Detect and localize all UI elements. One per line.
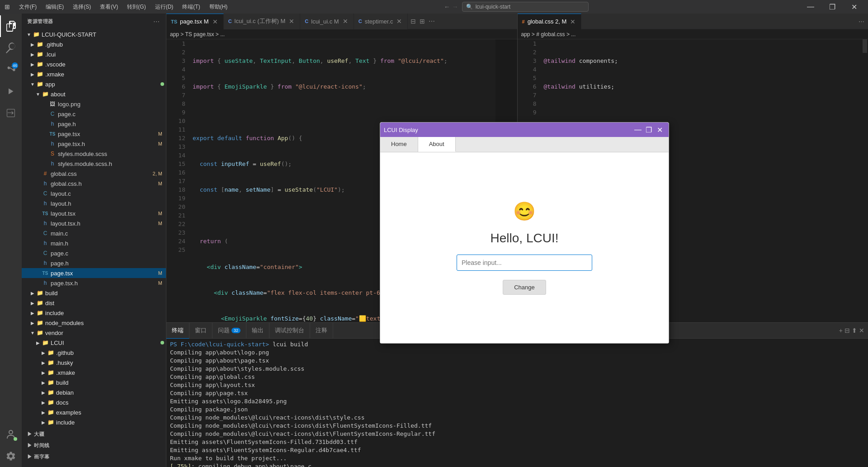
tree-item-v-build[interactable]: ▶ 📁 build bbox=[22, 377, 166, 387]
tab-lcui-ui-c-close[interactable]: ✕ bbox=[342, 18, 349, 25]
tree-item-layout-tsx-h[interactable]: h layout.tsx.h M bbox=[22, 218, 166, 228]
tree-item-global-css[interactable]: # global.css 2, M bbox=[22, 169, 166, 179]
activity-extensions[interactable] bbox=[0, 102, 22, 124]
tab-lcui-ui-c[interactable]: C lcui_ui.c M ✕ bbox=[300, 14, 354, 29]
tree-item-v-husky[interactable]: ▶ 📁 .husky bbox=[22, 358, 166, 368]
minimize-button[interactable]: — bbox=[800, 0, 821, 14]
tab-lcui-ui-c-wt[interactable]: C lcui_ui.c (工作树) M ✕ bbox=[224, 14, 301, 29]
tree-item-lcui-vendor[interactable]: ▶ 📁 LCUI bbox=[22, 338, 166, 348]
nav-back[interactable]: ← bbox=[444, 3, 450, 10]
tree-item-v-github[interactable]: ▶ 📁 .github bbox=[22, 348, 166, 358]
tree-item-page-tsx-active[interactable]: TS page.tsx M bbox=[22, 268, 166, 278]
bottom-tab-comments[interactable]: 注释 bbox=[310, 323, 333, 339]
terminal-content[interactable]: PS F:\code\lcui-quick-start> lcui build … bbox=[166, 339, 868, 467]
menu-run[interactable]: 运行(D) bbox=[151, 0, 178, 14]
tree-item-layout-h[interactable]: h layout.h bbox=[22, 198, 166, 208]
activity-search[interactable] bbox=[0, 37, 22, 59]
tree-item-about[interactable]: ▼ 📁 about bbox=[22, 89, 166, 99]
tree-item-v-examples[interactable]: ▶ 📁 examples bbox=[22, 407, 166, 417]
tree-item-v-xmake[interactable]: ▶ 📁 .xmake bbox=[22, 368, 166, 377]
split-terminal-btn[interactable]: ⊟ bbox=[844, 327, 850, 334]
tab-global-css-close[interactable]: ✕ bbox=[569, 18, 576, 25]
tree-item-github[interactable]: ▶ 📁 .github bbox=[22, 39, 166, 49]
tree-item-main-c[interactable]: C main.c bbox=[22, 228, 166, 238]
tree-item-styles-scss-h[interactable]: h styles.module.scss.h bbox=[22, 159, 166, 169]
lcui-maximize-btn[interactable]: ❐ bbox=[643, 124, 654, 135]
search-box[interactable]: 🔍 lcui-quick-start bbox=[462, 2, 589, 12]
v-docs-arrow: ▶ bbox=[40, 399, 47, 406]
tree-item-build[interactable]: ▶ 📁 build bbox=[22, 288, 166, 298]
maximize-button[interactable]: ❐ bbox=[822, 0, 843, 14]
tree-item-main-h[interactable]: h main.h bbox=[22, 238, 166, 248]
tab-more-btn[interactable]: ⋯ bbox=[428, 17, 436, 26]
app-arrow-icon: ▼ bbox=[29, 80, 36, 88]
left-breadcrumb: app > TS page.tsx > ... bbox=[166, 29, 517, 39]
lcui-tab-about[interactable]: About bbox=[418, 137, 456, 152]
activity-explorer[interactable] bbox=[0, 15, 22, 37]
tab-steptimer[interactable]: C steptimer.c ✕ bbox=[354, 14, 408, 29]
bottom-tab-debug[interactable]: 调试控制台 bbox=[269, 323, 310, 339]
tree-item-vscode[interactable]: ▶ 📁 .vscode bbox=[22, 59, 166, 69]
activity-settings[interactable] bbox=[0, 445, 22, 467]
activity-run[interactable] bbox=[0, 80, 22, 102]
tree-item-v-include[interactable]: ▶ 📁 include bbox=[22, 417, 166, 427]
lcui-change-button[interactable]: Change bbox=[503, 280, 546, 295]
close-panel-btn[interactable]: ✕ bbox=[859, 327, 864, 334]
menu-view[interactable]: 查看(V) bbox=[95, 0, 123, 14]
tree-item-vendor[interactable]: ▼ 📁 vendor bbox=[22, 328, 166, 338]
menu-help[interactable]: 帮助(H) bbox=[205, 0, 232, 14]
menu-terminal[interactable]: 终端(T) bbox=[178, 0, 204, 14]
tab-page-tsx[interactable]: TS page.tsx M ✕ bbox=[166, 14, 224, 29]
tab-global-css[interactable]: # global.css 2, M ✕ bbox=[518, 14, 582, 29]
tree-item-page-tsx-h[interactable]: h page.tsx.h M bbox=[22, 278, 166, 288]
new-terminal-btn[interactable]: + bbox=[839, 327, 843, 334]
tree-item-v-docs[interactable]: ▶ 📁 docs bbox=[22, 397, 166, 407]
activity-source-control[interactable]: 46 bbox=[0, 59, 22, 80]
tree-item-include[interactable]: ▶ 📁 include bbox=[22, 308, 166, 318]
lcui-close-btn[interactable]: ✕ bbox=[654, 124, 665, 135]
tree-item-about-page-tsxh[interactable]: h page.tsx.h M bbox=[22, 139, 166, 149]
lcui-tab-home[interactable]: Home bbox=[380, 137, 418, 152]
lcui-minimize-btn[interactable]: — bbox=[632, 124, 643, 135]
tree-item-styles-scss[interactable]: S styles.module.scss bbox=[22, 149, 166, 159]
tree-item-about-page-c[interactable]: C page.c bbox=[22, 109, 166, 119]
tab-lcui-ui-c-wt-close[interactable]: ✕ bbox=[288, 18, 295, 25]
tree-item-node-modules[interactable]: ▶ 📁 node_modules bbox=[22, 318, 166, 328]
split-editor-btn[interactable]: ⊟ bbox=[410, 17, 417, 26]
tree-item-v-debian[interactable]: ▶ 📁 debian bbox=[22, 387, 166, 397]
sidebar-more-icon[interactable]: ⋯ bbox=[152, 17, 160, 26]
tree-item-lcui[interactable]: ▶ 📁 .lcui bbox=[22, 49, 166, 59]
tree-item-about-page-h[interactable]: h page.h bbox=[22, 119, 166, 129]
tab-page-tsx-close[interactable]: ✕ bbox=[212, 18, 219, 25]
lcui-input[interactable] bbox=[457, 255, 592, 271]
tree-item-layout-c[interactable]: C layout.c bbox=[22, 189, 166, 198]
menu-select[interactable]: 选择(S) bbox=[68, 0, 95, 14]
bottom-tab-window[interactable]: 窗口 bbox=[189, 323, 212, 339]
editor-layout-btn[interactable]: ⊞ bbox=[419, 17, 426, 26]
tree-item-page-c[interactable]: C page.c bbox=[22, 248, 166, 258]
menu-file[interactable]: 文件(F) bbox=[14, 0, 41, 14]
include-arrow-icon: ▶ bbox=[29, 309, 36, 316]
right-tab-more[interactable]: ⋯ bbox=[855, 18, 868, 25]
bottom-tab-output[interactable]: 输出 bbox=[246, 323, 269, 339]
tree-item-xmake[interactable]: ▶ 📁 .xmake bbox=[22, 69, 166, 79]
nav-forward[interactable]: → bbox=[452, 3, 458, 10]
tab-steptimer-close[interactable]: ✕ bbox=[396, 18, 403, 25]
bottom-tab-terminal[interactable]: 终端 bbox=[166, 323, 189, 339]
tree-item-app[interactable]: ▼ 📁 app bbox=[22, 79, 166, 89]
tree-item-global-css-h[interactable]: h global.css.h M bbox=[22, 179, 166, 189]
tree-item-page-h[interactable]: h page.h bbox=[22, 258, 166, 268]
tree-item-logo[interactable]: 🖼 logo.png bbox=[22, 99, 166, 109]
menu-goto[interactable]: 转到(G) bbox=[123, 0, 150, 14]
menu-edit[interactable]: 编辑(E) bbox=[41, 0, 68, 14]
maximize-panel-btn[interactable]: ⬆ bbox=[852, 327, 857, 334]
tree-item-dist[interactable]: ▶ 📁 dist bbox=[22, 298, 166, 308]
tree-root[interactable]: ▼ 📁 LCUI-QUICK-START bbox=[22, 29, 166, 39]
term-line-12: Emitting assets\FluentSystemIcons-Filled… bbox=[170, 438, 864, 446]
close-button[interactable]: ✕ bbox=[844, 0, 864, 14]
activity-account[interactable] bbox=[0, 424, 22, 445]
bottom-tab-problems[interactable]: 问题 32 bbox=[212, 323, 246, 339]
xmake-arrow-icon: ▶ bbox=[29, 71, 36, 78]
tree-item-layout-tsx[interactable]: TS layout.tsx M bbox=[22, 208, 166, 218]
tree-item-about-page-tsx[interactable]: TS page.tsx M bbox=[22, 129, 166, 139]
